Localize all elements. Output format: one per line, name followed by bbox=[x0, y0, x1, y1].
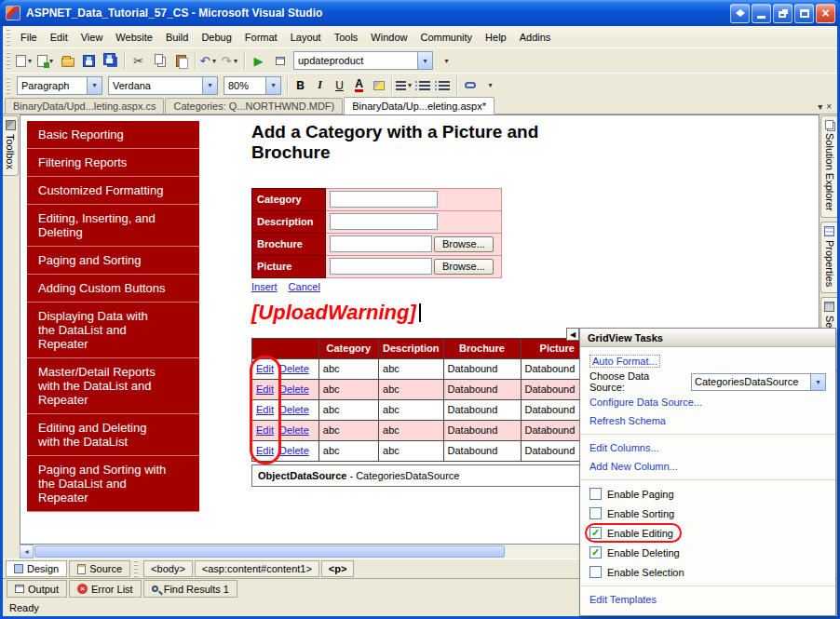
bullet-list-button[interactable] bbox=[434, 76, 454, 95]
toolbox-tab[interactable]: Toolbox bbox=[3, 115, 19, 176]
menu-debug[interactable]: Debug bbox=[195, 28, 237, 47]
highlight-button[interactable] bbox=[369, 76, 388, 95]
picture-browse-button[interactable]: Browse... bbox=[434, 259, 494, 275]
add-new-item-button[interactable]: ▾ bbox=[35, 50, 57, 71]
splitter-grip[interactable] bbox=[134, 560, 138, 577]
open-file-button[interactable] bbox=[57, 50, 78, 71]
combo-dropdown-button[interactable]: ▾ bbox=[265, 77, 280, 94]
enable-selection-checkbox[interactable] bbox=[589, 566, 602, 578]
sidebar-item-datalist-repeater[interactable]: Displaying Data with the DataList and Re… bbox=[27, 303, 199, 358]
bold-button[interactable]: B bbox=[291, 76, 310, 95]
add-new-column-link[interactable]: Add New Column... bbox=[589, 461, 678, 472]
data-source-combobox[interactable]: CategoriesDataSource ▾ bbox=[691, 373, 826, 391]
block-format-combobox[interactable]: Paragraph ▾ bbox=[17, 76, 102, 95]
enable-deleting-checkbox[interactable]: ✓ bbox=[589, 546, 602, 558]
menu-community[interactable]: Community bbox=[413, 28, 479, 47]
delete-link[interactable]: Delete bbox=[279, 424, 309, 436]
tab-categories-mdf[interactable]: Categories: Q...NORTHWND.MDF) bbox=[165, 98, 343, 114]
category-input[interactable] bbox=[330, 191, 438, 208]
tab-list-dropdown-button[interactable]: ▾ bbox=[818, 101, 822, 112]
toolbar-grip[interactable] bbox=[7, 52, 10, 69]
edit-link[interactable]: Edit bbox=[256, 424, 274, 436]
hyperlink-button[interactable] bbox=[460, 76, 480, 95]
undo-button[interactable]: ↶▾ bbox=[198, 50, 220, 71]
solution-explorer-tab[interactable]: Solution Explorer bbox=[820, 115, 837, 218]
maximize-button[interactable] bbox=[794, 4, 814, 23]
objectdatasource-control[interactable]: ObjectDataSource - CategoriesDataSource bbox=[251, 464, 580, 487]
menu-layout[interactable]: Layout bbox=[284, 28, 328, 47]
delete-link[interactable]: Delete bbox=[279, 363, 309, 374]
sidebar-item-custom-buttons[interactable]: Adding Custom Buttons bbox=[27, 275, 199, 303]
sidebar-item-filtering-reports[interactable]: Filtering Reports bbox=[27, 149, 199, 177]
menu-tools[interactable]: Tools bbox=[328, 28, 365, 47]
refresh-schema-link[interactable]: Refresh Schema bbox=[589, 415, 666, 426]
edit-link[interactable]: Edit bbox=[256, 363, 274, 374]
float-arrows-button[interactable] bbox=[730, 4, 750, 23]
find-results-tab[interactable]: Find Results 1 bbox=[143, 580, 237, 598]
menu-window[interactable]: Window bbox=[364, 28, 413, 47]
edit-link[interactable]: Edit bbox=[256, 404, 274, 415]
delete-link[interactable]: Delete bbox=[279, 445, 309, 456]
paste-button[interactable] bbox=[170, 50, 192, 71]
edit-link[interactable]: Edit bbox=[256, 445, 274, 456]
copy-button[interactable] bbox=[149, 50, 170, 71]
scrollbar-thumb[interactable] bbox=[34, 545, 505, 558]
delete-link[interactable]: Delete bbox=[279, 384, 309, 395]
smart-tag-arrow[interactable]: ◀ bbox=[566, 328, 579, 341]
edit-link[interactable]: Edit bbox=[256, 384, 274, 395]
sidebar-item-editing-inserting-deleting[interactable]: Editing, Inserting, and Deleting bbox=[27, 205, 199, 247]
menu-format[interactable]: Format bbox=[238, 28, 284, 47]
find-combobox[interactable]: updateproduct ▾ bbox=[293, 51, 433, 70]
combo-dropdown-button[interactable]: ▾ bbox=[87, 77, 102, 94]
error-list-tab[interactable]: × Error List bbox=[69, 580, 142, 598]
numbered-list-button[interactable] bbox=[414, 76, 434, 95]
start-debugging-button[interactable]: ▶ bbox=[248, 50, 269, 71]
tab-binarydata-cs[interactable]: BinaryData/Upd...leting.aspx.cs bbox=[5, 98, 164, 114]
italic-button[interactable]: I bbox=[310, 76, 330, 95]
redo-button[interactable]: ↷▾ bbox=[220, 50, 241, 71]
menu-website[interactable]: Website bbox=[109, 28, 159, 47]
combo-dropdown-button[interactable]: ▾ bbox=[202, 77, 217, 94]
brochure-input[interactable] bbox=[330, 235, 432, 252]
font-color-button[interactable]: A bbox=[349, 76, 369, 95]
new-website-button[interactable]: ▾ bbox=[14, 50, 35, 71]
auto-format-link[interactable]: Auto Format... bbox=[589, 355, 660, 368]
picture-input[interactable] bbox=[330, 258, 432, 275]
menu-view[interactable]: View bbox=[75, 28, 110, 47]
sidebar-item-basic-reporting[interactable]: Basic Reporting bbox=[27, 121, 199, 149]
sidebar-item-paging-datalist[interactable]: Paging and Sorting with the DataList and… bbox=[27, 456, 199, 512]
description-input[interactable] bbox=[330, 213, 438, 230]
minimize-button[interactable] bbox=[752, 4, 771, 23]
alignment-button[interactable]: ▾ bbox=[395, 76, 414, 95]
cancel-link[interactable]: Cancel bbox=[289, 281, 320, 292]
delete-link[interactable]: Delete bbox=[279, 404, 309, 415]
restore-button[interactable] bbox=[773, 4, 793, 23]
source-view-button[interactable]: Source bbox=[69, 560, 130, 577]
font-size-combobox[interactable]: 80% ▾ bbox=[224, 76, 281, 95]
edit-columns-link[interactable]: Edit Columns... bbox=[589, 442, 659, 453]
brochure-browse-button[interactable]: Browse... bbox=[434, 236, 494, 252]
tag-body[interactable]: <body> bbox=[143, 560, 193, 577]
font-name-combobox[interactable]: Verdana ▾ bbox=[108, 76, 218, 95]
menu-file[interactable]: File bbox=[14, 28, 44, 47]
tag-p[interactable]: <p> bbox=[321, 560, 355, 577]
toolbar-options-button[interactable]: ▾ bbox=[480, 75, 501, 96]
combo-dropdown-button[interactable]: ▾ bbox=[810, 374, 825, 390]
enable-editing-checkbox[interactable]: ✓ bbox=[589, 527, 602, 539]
tab-binarydata-aspx[interactable]: BinaryData/Up...eleting.aspx* bbox=[344, 97, 495, 114]
sidebar-item-master-detail[interactable]: Master/Detail Reports with the DataList … bbox=[27, 358, 199, 414]
insert-link[interactable]: Insert bbox=[251, 281, 278, 292]
properties-tab[interactable]: Properties bbox=[820, 222, 837, 293]
menu-build[interactable]: Build bbox=[159, 28, 195, 47]
cut-button[interactable]: ✂ bbox=[128, 50, 149, 71]
enable-paging-checkbox[interactable] bbox=[589, 488, 602, 500]
output-tab[interactable]: Output bbox=[7, 580, 67, 598]
design-view-button[interactable]: Design bbox=[6, 560, 67, 577]
enable-sorting-checkbox[interactable] bbox=[589, 507, 602, 519]
menu-help[interactable]: Help bbox=[479, 28, 513, 47]
combo-dropdown-button[interactable]: ▾ bbox=[417, 52, 432, 69]
toolbar-options-button[interactable]: ▾ bbox=[436, 50, 457, 71]
sidebar-item-editing-datalist[interactable]: Editing and Deleting with the DataList bbox=[27, 414, 199, 456]
tag-asp-content[interactable]: <asp:content#content1> bbox=[195, 560, 319, 577]
sidebar-item-paging-sorting[interactable]: Paging and Sorting bbox=[27, 247, 199, 275]
